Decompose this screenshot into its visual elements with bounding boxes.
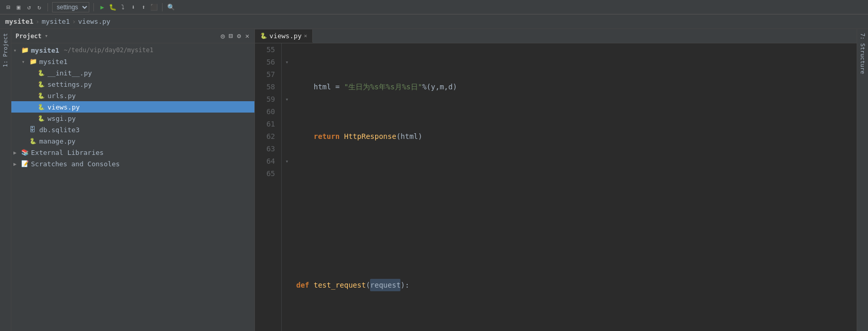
code-fn-59: test_request	[314, 279, 366, 291]
code-content[interactable]: html = "生日为%s年%s月%s日"%(y,m,d) return Htt…	[292, 43, 857, 331]
fold-59-icon[interactable]: ▾	[285, 96, 289, 103]
icon-mysite1-sub: 📁	[29, 58, 38, 65]
gutter-61	[282, 118, 292, 130]
code-empty-60	[296, 328, 300, 331]
tree-item-settings[interactable]: 🐍 settings.py	[11, 78, 254, 90]
tree-item-ext-libs[interactable]: ▶ 📚 External Libraries	[11, 147, 254, 158]
toolbar-icon-3[interactable]: ↺	[25, 3, 33, 11]
icon-urls: 🐍	[38, 92, 46, 99]
toolbar-icon-1[interactable]: ⊟	[4, 3, 12, 11]
code-param-59: request	[370, 279, 400, 291]
tree-item-mysite1-sub[interactable]: ▾ 📁 mysite1	[11, 56, 254, 67]
toolbar-sep-3	[162, 3, 163, 11]
icon-db: 🗄	[29, 126, 38, 133]
gutter-63	[282, 143, 292, 155]
gutter-59: ▾	[282, 93, 292, 105]
gutter-56: ▾	[282, 56, 292, 68]
code-line-55: html = "生日为%s年%s月%s日"%(y,m,d)	[296, 81, 857, 93]
code-paren-56: (html)	[396, 130, 423, 143]
gutter-64: ▾	[282, 155, 292, 167]
fold-56-icon[interactable]: ▾	[285, 59, 289, 66]
tab-views-py[interactable]: 🐍 views.py ×	[255, 29, 313, 43]
tab-file-icon: 🐍	[260, 33, 267, 39]
right-side-strip: 7: Structure	[857, 29, 868, 331]
code-indent-55	[296, 81, 314, 93]
label-manage: manage.py	[39, 137, 75, 145]
file-panel-dropdown-arrow[interactable]: ▾	[45, 33, 49, 39]
locate-file-icon[interactable]: ◎	[220, 31, 226, 41]
code-cp-59: ):	[400, 279, 409, 291]
code-line-60	[296, 328, 857, 331]
code-line-57	[296, 180, 857, 192]
debug-icon[interactable]: 🐛	[108, 3, 117, 11]
collapse-all-icon[interactable]: ⊟	[228, 31, 234, 41]
file-panel-header-icons: ◎ ⊟ ⚙ ✕	[220, 31, 250, 41]
toolbar-icon-2[interactable]: ▣	[14, 3, 23, 11]
project-panel-label[interactable]: 1: Project	[2, 29, 9, 71]
linenum-64: 64	[259, 155, 275, 167]
step-over-icon[interactable]: ⤵	[119, 3, 127, 11]
label-urls: urls.py	[47, 92, 76, 100]
gutter-55	[282, 43, 292, 56]
code-empty-57	[296, 180, 300, 192]
breadcrumb-file[interactable]: views.py	[78, 18, 110, 25]
breadcrumb-project[interactable]: mysite1	[5, 18, 34, 25]
linenum-61: 61	[259, 118, 275, 130]
label-init: __init__.py	[47, 69, 92, 77]
arrow-ext-libs: ▶	[13, 150, 20, 155]
code-editor[interactable]: 55 56 57 58 59 60 61 62 63 64 65 ▾	[255, 43, 857, 331]
toolbar-icon-4[interactable]: ↻	[35, 3, 43, 11]
linenum-55: 55	[259, 43, 275, 56]
tree-item-db[interactable]: 🗄 db.sqlite3	[11, 124, 254, 135]
linenum-58: 58	[259, 81, 275, 93]
linenum-60: 60	[259, 105, 275, 118]
linenum-56: 56	[259, 56, 275, 68]
tree-item-wsgi[interactable]: 🐍 wsgi.py	[11, 113, 254, 124]
toolbar-sep-1	[47, 3, 48, 11]
breadcrumb-sep-2: ›	[72, 18, 76, 25]
label-mysite1-sub: mysite1	[39, 58, 68, 66]
tree-item-init[interactable]: 🐍 __init__.py	[11, 67, 254, 78]
tree-item-views[interactable]: 🐍 views.py	[11, 101, 254, 113]
editor-area: 🐍 views.py × 55 56 57 58 59 60 61 62 63 …	[255, 29, 857, 331]
tab-close-button[interactable]: ×	[304, 33, 308, 39]
label-db: db.sqlite3	[39, 126, 79, 134]
gutter: ▾ ▾ ▾	[282, 43, 292, 331]
stop-icon[interactable]: ⬛	[150, 3, 158, 11]
label-ext-libs: External Libraries	[31, 149, 104, 156]
settings-gear-icon[interactable]: ⚙	[236, 31, 242, 41]
gutter-58	[282, 81, 292, 93]
path-mysite1-root: ~/tedu/vip/day02/mysite1	[64, 46, 153, 54]
fold-64-icon[interactable]: ▾	[285, 158, 289, 165]
breadcrumb-subproject[interactable]: mysite1	[42, 18, 70, 25]
label-views: views.py	[47, 103, 80, 111]
settings-dropdown[interactable]: settings	[52, 2, 89, 12]
label-settings: settings.py	[47, 81, 92, 88]
linenum-62: 62	[259, 130, 275, 143]
linenum-63: 63	[259, 143, 275, 155]
icon-wsgi: 🐍	[38, 115, 46, 122]
linenum-57: 57	[259, 68, 275, 81]
icon-scratches: 📝	[21, 160, 29, 167]
search-icon[interactable]: 🔍	[167, 3, 175, 11]
code-line-58	[296, 229, 857, 242]
run-icon[interactable]: ▶	[98, 3, 106, 11]
label-wsgi: wsgi.py	[47, 115, 76, 122]
icon-ext-libs: 📚	[21, 149, 29, 156]
close-panel-icon[interactable]: ✕	[244, 31, 250, 41]
gutter-65	[282, 167, 292, 180]
arrow-mysite1-sub: ▾	[22, 59, 28, 65]
step-out-icon[interactable]: ⬆	[139, 3, 148, 11]
tree-item-scratches[interactable]: ▶ 📝 Scratches and Consoles	[11, 158, 254, 169]
icon-manage: 🐍	[29, 138, 38, 145]
toolbar: ⊟ ▣ ↺ ↻ settings ▶ 🐛 ⤵ ⬇ ⬆ ⬛ 🔍	[0, 0, 868, 14]
code-empty-58	[296, 229, 300, 242]
code-op-55: %(y,m,d)	[422, 81, 457, 93]
icon-mysite1-root: 📁	[21, 46, 29, 54]
structure-panel-label[interactable]: 7: Structure	[859, 29, 866, 78]
step-into-icon[interactable]: ⬇	[129, 3, 137, 11]
tree-item-manage[interactable]: 🐍 manage.py	[11, 135, 254, 147]
tree-item-urls[interactable]: 🐍 urls.py	[11, 90, 254, 101]
tree-item-mysite1-root[interactable]: ▾ 📁 mysite1 ~/tedu/vip/day02/mysite1	[11, 44, 254, 56]
line-numbers: 55 56 57 58 59 60 61 62 63 64 65	[255, 43, 282, 331]
